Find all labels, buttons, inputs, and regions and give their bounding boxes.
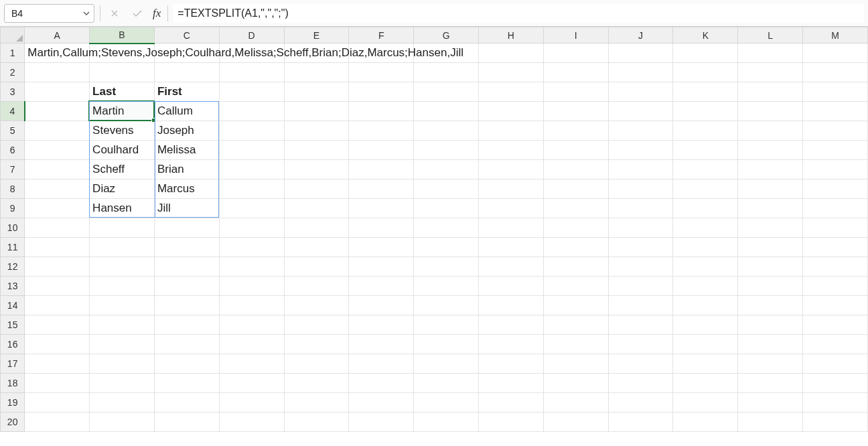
column-header-H[interactable]: H bbox=[478, 27, 543, 44]
cell-C17[interactable] bbox=[154, 354, 219, 374]
cell-J10[interactable] bbox=[608, 218, 673, 238]
cell-H13[interactable] bbox=[478, 277, 543, 296]
cell-B9[interactable]: Hansen bbox=[90, 199, 155, 218]
cell-G15[interactable] bbox=[414, 315, 479, 335]
row-header-6[interactable]: 6 bbox=[1, 141, 25, 160]
cell-G12[interactable] bbox=[414, 257, 479, 277]
column-header-L[interactable]: L bbox=[738, 27, 803, 44]
cell-C6[interactable]: Melissa bbox=[154, 141, 219, 160]
cell-H12[interactable] bbox=[478, 257, 543, 277]
cell-M1[interactable] bbox=[803, 44, 868, 63]
cell-B15[interactable] bbox=[90, 315, 155, 335]
cell-E8[interactable] bbox=[284, 179, 349, 199]
cell-D15[interactable] bbox=[219, 315, 284, 335]
cell-G7[interactable] bbox=[414, 160, 479, 179]
cell-B3[interactable]: Last bbox=[90, 82, 155, 102]
cell-H1[interactable] bbox=[478, 44, 543, 63]
cell-I3[interactable] bbox=[543, 82, 608, 102]
cell-F19[interactable] bbox=[349, 393, 414, 413]
cell-M12[interactable] bbox=[803, 257, 868, 277]
cell-G19[interactable] bbox=[414, 393, 479, 413]
cell-J11[interactable] bbox=[608, 238, 673, 257]
cancel-formula-button[interactable] bbox=[106, 5, 123, 22]
cell-A5[interactable] bbox=[25, 121, 90, 141]
cell-A2[interactable] bbox=[25, 63, 90, 82]
cell-D4[interactable] bbox=[219, 102, 284, 121]
cell-M20[interactable] bbox=[803, 413, 868, 432]
cell-F10[interactable] bbox=[349, 218, 414, 238]
column-header-B[interactable]: B bbox=[90, 27, 155, 44]
cell-G14[interactable] bbox=[414, 296, 479, 315]
cell-G20[interactable] bbox=[414, 413, 479, 432]
cell-J17[interactable] bbox=[608, 354, 673, 374]
cell-H3[interactable] bbox=[478, 82, 543, 102]
cell-H15[interactable] bbox=[478, 315, 543, 335]
row-header-17[interactable]: 17 bbox=[1, 354, 25, 374]
cell-G18[interactable] bbox=[414, 374, 479, 393]
cell-F16[interactable] bbox=[349, 335, 414, 354]
cell-G3[interactable] bbox=[414, 82, 479, 102]
cell-J12[interactable] bbox=[608, 257, 673, 277]
cell-A13[interactable] bbox=[25, 277, 90, 296]
cell-L14[interactable] bbox=[738, 296, 803, 315]
cell-D13[interactable] bbox=[219, 277, 284, 296]
cell-I4[interactable] bbox=[543, 102, 608, 121]
row-header-1[interactable]: 1 bbox=[1, 44, 25, 63]
cell-H14[interactable] bbox=[478, 296, 543, 315]
cell-M2[interactable] bbox=[803, 63, 868, 82]
cell-A17[interactable] bbox=[25, 354, 90, 374]
cell-H10[interactable] bbox=[478, 218, 543, 238]
cell-D10[interactable] bbox=[219, 218, 284, 238]
cell-B17[interactable] bbox=[90, 354, 155, 374]
cell-A7[interactable] bbox=[25, 160, 90, 179]
cell-D16[interactable] bbox=[219, 335, 284, 354]
cell-B6[interactable]: Coulhard bbox=[90, 141, 155, 160]
cell-M4[interactable] bbox=[803, 102, 868, 121]
cell-J5[interactable] bbox=[608, 121, 673, 141]
cell-F8[interactable] bbox=[349, 179, 414, 199]
cell-A15[interactable] bbox=[25, 315, 90, 335]
row-header-14[interactable]: 14 bbox=[1, 296, 25, 315]
cell-D5[interactable] bbox=[219, 121, 284, 141]
cell-B4[interactable]: Martin bbox=[90, 102, 155, 121]
cell-G2[interactable] bbox=[414, 63, 479, 82]
cell-H16[interactable] bbox=[478, 335, 543, 354]
row-header-18[interactable]: 18 bbox=[1, 374, 25, 393]
cell-L3[interactable] bbox=[738, 82, 803, 102]
row-header-13[interactable]: 13 bbox=[1, 277, 25, 296]
cell-A14[interactable] bbox=[25, 296, 90, 315]
cell-G8[interactable] bbox=[414, 179, 479, 199]
cell-B20[interactable] bbox=[90, 413, 155, 432]
cell-F11[interactable] bbox=[349, 238, 414, 257]
fx-icon[interactable]: fx bbox=[153, 7, 161, 20]
cell-M15[interactable] bbox=[803, 315, 868, 335]
cell-I8[interactable] bbox=[543, 179, 608, 199]
row-header-2[interactable]: 2 bbox=[1, 63, 25, 82]
name-box[interactable]: B4 bbox=[4, 4, 94, 23]
cell-J6[interactable] bbox=[608, 141, 673, 160]
cell-L13[interactable] bbox=[738, 277, 803, 296]
cell-G9[interactable] bbox=[414, 199, 479, 218]
cell-K5[interactable] bbox=[673, 121, 738, 141]
cell-C3[interactable]: First bbox=[154, 82, 219, 102]
cell-M13[interactable] bbox=[803, 277, 868, 296]
cell-G6[interactable] bbox=[414, 141, 479, 160]
formula-input[interactable]: =TEXTSPLIT(A1,",",";") bbox=[173, 4, 864, 23]
column-header-E[interactable]: E bbox=[284, 27, 349, 44]
cell-J19[interactable] bbox=[608, 393, 673, 413]
cell-H7[interactable] bbox=[478, 160, 543, 179]
cell-K17[interactable] bbox=[673, 354, 738, 374]
cell-F18[interactable] bbox=[349, 374, 414, 393]
cell-D8[interactable] bbox=[219, 179, 284, 199]
cell-K13[interactable] bbox=[673, 277, 738, 296]
cell-A1[interactable]: Martin,Callum;Stevens,Joseph;Coulhard,Me… bbox=[25, 44, 90, 63]
cell-I14[interactable] bbox=[543, 296, 608, 315]
cell-I15[interactable] bbox=[543, 315, 608, 335]
cell-I16[interactable] bbox=[543, 335, 608, 354]
cell-J7[interactable] bbox=[608, 160, 673, 179]
cell-H8[interactable] bbox=[478, 179, 543, 199]
cell-J16[interactable] bbox=[608, 335, 673, 354]
cell-G13[interactable] bbox=[414, 277, 479, 296]
cell-L8[interactable] bbox=[738, 179, 803, 199]
cell-D14[interactable] bbox=[219, 296, 284, 315]
